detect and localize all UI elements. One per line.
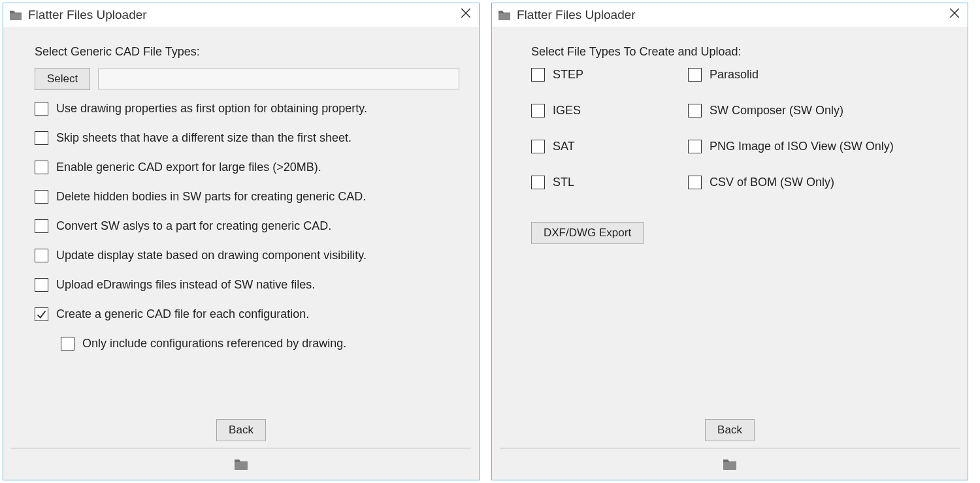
ft-png-iso-checkbox[interactable] <box>688 140 702 153</box>
ft-stl-checkbox[interactable] <box>531 176 545 189</box>
ft-parasolid-checkbox[interactable] <box>688 68 702 82</box>
content-area: Select Generic CAD File Types: Select Us… <box>3 27 479 480</box>
opt-convert-asm-checkbox[interactable] <box>35 219 48 233</box>
opt-skip-sheets-row: Skip sheets that have a different size t… <box>35 131 459 145</box>
close-button[interactable] <box>943 7 961 23</box>
opt-update-display-checkbox[interactable] <box>35 249 48 262</box>
ft-sat-label[interactable]: SAT <box>553 140 575 153</box>
ft-csv-bom-label[interactable]: CSV of BOM (SW Only) <box>710 176 834 189</box>
ft-step-row: STEP <box>531 68 681 82</box>
dxf-dwg-export-button[interactable]: DXF/DWG Export <box>531 222 644 244</box>
folder-icon <box>497 9 512 21</box>
back-button[interactable]: Back <box>216 419 266 441</box>
titlebar: Flatter Files Uploader <box>3 3 479 27</box>
ft-iges-row: IGES <box>531 104 681 117</box>
ft-png-iso-row: PNG Image of ISO View (SW Only) <box>688 140 948 153</box>
titlebar: Flatter Files Uploader <box>492 3 968 27</box>
opt-upload-edrawings-row: Upload eDrawings files instead of SW nat… <box>35 278 459 292</box>
opt-enable-large-checkbox[interactable] <box>35 161 48 174</box>
ft-png-iso-label[interactable]: PNG Image of ISO View (SW Only) <box>710 140 894 153</box>
footer-icon <box>3 448 479 480</box>
opt-update-display-label[interactable]: Update display state based on drawing co… <box>56 249 367 262</box>
ft-sat-checkbox[interactable] <box>531 140 545 153</box>
opt-drawing-properties-row: Use drawing properties as first option f… <box>35 102 459 116</box>
opt-convert-asm-label[interactable]: Convert SW aslys to a part for creating … <box>56 219 331 233</box>
opt-skip-sheets-label[interactable]: Skip sheets that have a different size t… <box>56 131 351 145</box>
opt-delete-hidden-label[interactable]: Delete hidden bodies in SW parts for cre… <box>56 190 366 204</box>
opt-only-referenced-label[interactable]: Only include configurations referenced b… <box>82 337 346 351</box>
ft-csv-bom-row: CSV of BOM (SW Only) <box>688 176 948 189</box>
window-title: Flatter Files Uploader <box>28 8 454 22</box>
content-area: Select File Types To Create and Upload: … <box>492 27 968 480</box>
opt-drawing-properties-label[interactable]: Use drawing properties as first option f… <box>56 102 367 116</box>
opt-enable-large-label[interactable]: Enable generic CAD export for large file… <box>56 161 321 174</box>
ft-sw-composer-label[interactable]: SW Composer (SW Only) <box>710 104 843 117</box>
dialog-left: Flatter Files Uploader Select Generic CA… <box>3 3 480 480</box>
ft-iges-label[interactable]: IGES <box>553 104 581 117</box>
opt-skip-sheets-checkbox[interactable] <box>35 131 48 145</box>
opt-upload-edrawings-checkbox[interactable] <box>35 278 48 292</box>
folder-icon <box>8 9 23 21</box>
ft-stl-label[interactable]: STL <box>553 176 574 189</box>
window-title: Flatter Files Uploader <box>517 8 943 22</box>
ft-parasolid-label[interactable]: Parasolid <box>710 68 759 82</box>
opt-drawing-properties-checkbox[interactable] <box>35 102 48 116</box>
ft-sw-composer-row: SW Composer (SW Only) <box>688 104 948 117</box>
opt-only-referenced-row: Only include configurations referenced b… <box>61 337 459 351</box>
opt-convert-asm-row: Convert SW aslys to a part for creating … <box>35 219 459 233</box>
ft-csv-bom-checkbox[interactable] <box>688 176 702 189</box>
opt-create-each-config-row: Create a generic CAD file for each confi… <box>35 307 459 321</box>
ft-sat-row: SAT <box>531 140 681 153</box>
close-button[interactable] <box>454 7 472 23</box>
opt-update-display-row: Update display state based on drawing co… <box>35 249 459 262</box>
opt-only-referenced-checkbox[interactable] <box>61 337 74 351</box>
ft-iges-checkbox[interactable] <box>531 104 545 117</box>
opt-enable-large-row: Enable generic CAD export for large file… <box>35 161 459 174</box>
opt-create-each-config-checkbox[interactable] <box>35 307 48 321</box>
footer-icon <box>492 448 968 480</box>
opt-delete-hidden-row: Delete hidden bodies in SW parts for cre… <box>35 190 459 204</box>
ft-step-checkbox[interactable] <box>531 68 545 82</box>
ft-sw-composer-checkbox[interactable] <box>688 104 702 117</box>
section-label: Select File Types To Create and Upload: <box>531 45 948 59</box>
ft-step-label[interactable]: STEP <box>553 68 583 82</box>
select-button[interactable]: Select <box>35 68 90 90</box>
opt-upload-edrawings-label[interactable]: Upload eDrawings files instead of SW nat… <box>56 278 315 292</box>
ft-parasolid-row: Parasolid <box>688 68 948 82</box>
ft-stl-row: STL <box>531 176 681 189</box>
back-button[interactable]: Back <box>705 419 755 441</box>
filetypes-input[interactable] <box>98 69 459 89</box>
opt-create-each-config-label[interactable]: Create a generic CAD file for each confi… <box>56 307 309 321</box>
opt-delete-hidden-checkbox[interactable] <box>35 190 48 204</box>
dialog-right: Flatter Files Uploader Select File Types… <box>491 3 968 480</box>
section-label: Select Generic CAD File Types: <box>35 45 459 59</box>
